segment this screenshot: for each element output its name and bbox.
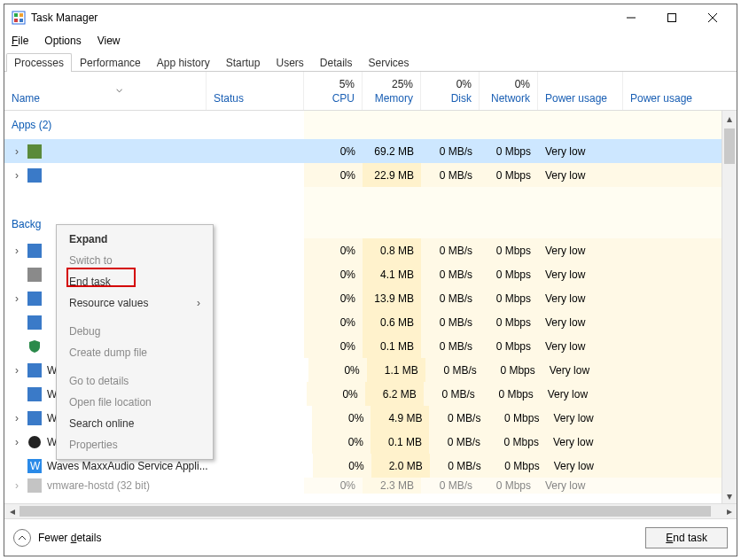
cpu-val: 0% bbox=[304, 163, 363, 187]
process-icon bbox=[27, 168, 42, 183]
maximize-button[interactable] bbox=[651, 4, 692, 31]
scroll-down-icon[interactable]: ▾ bbox=[722, 488, 737, 503]
col-memory[interactable]: 25%Memory bbox=[363, 72, 421, 110]
disk-val: 0 MB/s bbox=[421, 139, 480, 163]
disk-pct: 0% bbox=[456, 78, 472, 90]
cm-search-online[interactable]: Search online bbox=[57, 413, 213, 434]
svg-rect-11 bbox=[27, 244, 42, 258]
svg-text:W: W bbox=[30, 460, 41, 472]
scroll-thumb[interactable] bbox=[724, 128, 735, 164]
window-title: Task Manager bbox=[31, 12, 98, 24]
col-disk[interactable]: 0%Disk bbox=[421, 72, 480, 110]
svg-rect-9 bbox=[27, 144, 42, 159]
expand-chevron-icon[interactable]: › bbox=[12, 412, 22, 424]
col-name[interactable]: Name ⌵ bbox=[4, 72, 207, 110]
expand-chevron-icon[interactable]: › bbox=[12, 245, 22, 257]
expand-chevron-icon[interactable]: › bbox=[12, 292, 22, 305]
hscroll-thumb[interactable] bbox=[20, 506, 711, 517]
process-row[interactable]: › 0% 22.9 MB 0 MB/s 0 Mbps Very low bbox=[4, 163, 737, 187]
horizontal-scrollbar[interactable]: ◂ ▸ bbox=[4, 503, 737, 518]
group-spacer bbox=[4, 187, 737, 210]
expand-chevron-icon[interactable]: › bbox=[12, 169, 22, 182]
context-menu: Expand Switch to End task Resource value… bbox=[56, 224, 214, 460]
mem-val: 22.9 MB bbox=[363, 163, 421, 187]
tab-startup[interactable]: Startup bbox=[218, 53, 269, 72]
col-name-label: Name bbox=[12, 92, 40, 105]
svg-rect-14 bbox=[27, 315, 42, 330]
net-val: 0 Mbps bbox=[480, 163, 538, 187]
mem-label: Memory bbox=[375, 92, 413, 105]
process-row[interactable]: › 0% 69.2 MB 0 MB/s 0 Mbps Very low bbox=[4, 139, 737, 163]
chevron-right-icon: › bbox=[197, 297, 200, 309]
svg-rect-21 bbox=[27, 478, 42, 493]
svg-rect-17 bbox=[27, 411, 42, 425]
svg-rect-6 bbox=[668, 14, 676, 22]
menu-options[interactable]: Options bbox=[43, 33, 82, 49]
process-icon bbox=[27, 363, 42, 377]
cm-debug: Debug bbox=[57, 321, 213, 342]
process-icon bbox=[27, 315, 42, 330]
pu-val: Very low bbox=[538, 163, 623, 187]
disk-label: Disk bbox=[451, 92, 472, 105]
process-icon bbox=[27, 411, 42, 425]
expand-chevron-icon[interactable]: › bbox=[12, 479, 22, 492]
group-bg-label: Backg bbox=[12, 218, 41, 230]
menu-file[interactable]: File bbox=[10, 33, 30, 49]
footer: Fewer details End task bbox=[4, 518, 737, 556]
cm-end-task[interactable]: End task bbox=[57, 271, 213, 292]
tab-users[interactable]: Users bbox=[268, 53, 311, 72]
net-pct: 0% bbox=[515, 78, 530, 90]
task-manager-window: Task Manager File Options View Processes… bbox=[4, 4, 737, 556]
scroll-left-icon[interactable]: ◂ bbox=[4, 505, 20, 517]
svg-rect-1 bbox=[14, 13, 18, 17]
expand-chevron-icon[interactable]: › bbox=[12, 145, 22, 158]
svg-rect-3 bbox=[14, 19, 18, 22]
column-headers: Name ⌵ Status 5%CPU 25%Memory 0%Disk 0%N… bbox=[4, 72, 737, 111]
scroll-right-icon[interactable]: ▸ bbox=[722, 505, 737, 517]
cm-open-file-location[interactable]: Open file location bbox=[57, 392, 213, 413]
mem-pct: 25% bbox=[392, 78, 413, 90]
end-task-button[interactable]: End task bbox=[645, 527, 728, 548]
cm-create-dump[interactable]: Create dump file bbox=[57, 342, 213, 363]
cm-resource-values[interactable]: Resource values› bbox=[57, 292, 213, 314]
process-icon bbox=[27, 268, 42, 282]
tab-app-history[interactable]: App history bbox=[149, 53, 218, 72]
tab-processes[interactable]: Processes bbox=[6, 53, 72, 72]
cm-expand[interactable]: Expand bbox=[57, 229, 213, 250]
menu-view[interactable]: View bbox=[96, 33, 122, 49]
col-power-usage[interactable]: Power usage bbox=[538, 72, 623, 110]
col-power-usage-2[interactable]: Power usage bbox=[623, 72, 737, 110]
cpu-val: 0% bbox=[304, 139, 363, 163]
process-icon: W bbox=[27, 459, 42, 473]
col-status[interactable]: Status bbox=[207, 72, 304, 110]
pu2-label: Power usage bbox=[630, 92, 692, 105]
process-row[interactable]: ›vmware-hostd (32 bit)0%2.3 MB0 MB/s0 Mb… bbox=[4, 478, 737, 494]
scroll-up-icon[interactable]: ▴ bbox=[722, 111, 737, 126]
cm-go-to-details[interactable]: Go to details bbox=[57, 370, 213, 392]
cpu-pct: 5% bbox=[339, 78, 355, 90]
minimize-button[interactable] bbox=[611, 4, 651, 31]
svg-rect-16 bbox=[27, 387, 42, 401]
tab-performance[interactable]: Performance bbox=[72, 53, 149, 72]
close-button[interactable] bbox=[692, 4, 733, 31]
fewer-details-label: Fewer details bbox=[38, 532, 101, 544]
pu-val: Very low bbox=[538, 139, 623, 163]
net-label: Network bbox=[491, 92, 530, 105]
pu-label: Power usage bbox=[545, 92, 607, 105]
disk-val: 0 MB/s bbox=[421, 163, 480, 187]
tab-details[interactable]: Details bbox=[312, 53, 361, 72]
process-icon bbox=[27, 144, 42, 159]
process-icon bbox=[27, 387, 42, 401]
process-name: vmware-hostd (32 bit) bbox=[47, 479, 150, 492]
svg-rect-13 bbox=[27, 292, 42, 306]
app-icon bbox=[12, 11, 26, 25]
group-apps[interactable]: Apps (2) bbox=[4, 111, 737, 139]
expand-chevron-icon[interactable]: › bbox=[12, 436, 22, 448]
expand-chevron-icon[interactable]: › bbox=[12, 364, 22, 377]
col-cpu[interactable]: 5%CPU bbox=[304, 72, 363, 110]
tab-services[interactable]: Services bbox=[361, 53, 417, 72]
vertical-scrollbar[interactable]: ▴ ▾ bbox=[722, 111, 737, 503]
fewer-details-button[interactable]: Fewer details bbox=[13, 529, 101, 547]
cm-properties[interactable]: Properties bbox=[57, 434, 213, 455]
col-network[interactable]: 0%Network bbox=[480, 72, 538, 110]
